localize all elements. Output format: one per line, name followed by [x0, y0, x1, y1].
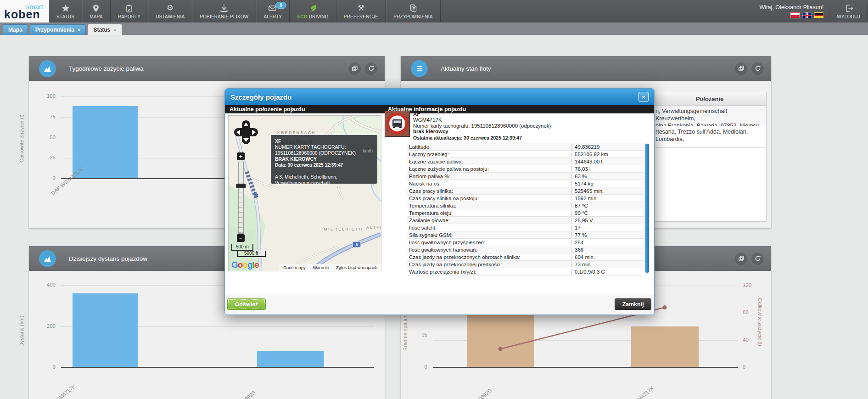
map-pan-control[interactable]	[234, 120, 258, 144]
tab-close-icon[interactable]: ×	[78, 28, 80, 32]
detail-row: Czas jazdy na przekroczonej prędkości:73…	[407, 261, 644, 268]
scale-imperial: 5000 ft	[237, 251, 266, 257]
detail-row: Poziom paliwa %:63 %	[407, 173, 644, 180]
welcome-block: Witaj, Oleksandr Pliasun!	[760, 4, 824, 18]
detail-value: 604 min.	[571, 254, 644, 260]
popout-button[interactable]	[735, 253, 747, 265]
scale-metric: 500 m	[231, 244, 253, 251]
tab-przypomnienia[interactable]: Przypomnienia ×	[30, 24, 86, 35]
y-tick-label: 400	[34, 282, 56, 287]
y-tick-label-right: 0	[743, 364, 762, 370]
y-tick-label: 100	[34, 93, 56, 99]
detail-row: Ilość gwałtownych przyśpieszeń:254	[407, 239, 644, 246]
gear-icon: ⚙	[167, 4, 174, 13]
refresh-button[interactable]: Odśwież	[227, 298, 266, 310]
nav-item-status[interactable]: STATUS	[49, 0, 82, 22]
detail-label: Łączny przebieg:	[407, 152, 571, 157]
x-category-label: DAF WGM4717K	[50, 166, 85, 196]
refresh-button[interactable]	[365, 62, 377, 75]
chart-bar	[257, 351, 324, 367]
nav-item-preferencje[interactable]: ⚒ PREFERENCJE	[336, 0, 386, 22]
vehicle-tacho: Numer karty tachografu: 1951108128960000…	[413, 123, 551, 129]
detail-label: Czas jazdy na przekroczonych obrotach si…	[407, 254, 571, 260]
tab-label: Przypomnienia	[35, 27, 74, 33]
popout-button[interactable]	[735, 62, 747, 75]
google-logo[interactable]: Google	[231, 260, 258, 270]
detail-label: Łączne zużycie paliwa:	[407, 159, 571, 164]
pan-right-icon[interactable]	[252, 129, 256, 135]
vehicle-plate: WGM4717K	[413, 117, 551, 123]
y-tick-label: 15	[406, 332, 427, 337]
tooltip-line: NUMER KARTY TACHOGRAFU:	[275, 144, 373, 150]
nav-item-mapa[interactable]: MAPA	[82, 0, 110, 22]
y-tick-label: 0	[34, 175, 56, 181]
logout-button[interactable]: WYLOGUJ	[829, 4, 868, 19]
vehicle-map-tooltip: km/h XFNUMER KARTY TACHOGRAFU:1951108128…	[271, 135, 377, 184]
detail-row: Siła sygnału GSM:77 %	[407, 231, 644, 239]
y-tick-label-right: 40	[743, 337, 762, 343]
chart-bar	[73, 293, 138, 367]
nav-item-eco-driving[interactable]: ECO DRIVING	[290, 0, 336, 22]
zoom-slider-handle[interactable]	[236, 184, 246, 188]
nav-item-ustawienia[interactable]: ⚙ USTAWIENIA	[148, 0, 192, 22]
eco-label-green: ECO	[297, 14, 307, 19]
x-axis-line	[61, 367, 374, 368]
pan-up-icon[interactable]	[243, 123, 249, 126]
detail-value: 25,95 V	[571, 218, 644, 223]
top-navbar: smart koben STATUS MAPA RAPORTY ⚙ USTAWI…	[0, 0, 868, 22]
x-axis-line	[433, 367, 738, 368]
details-scrollbar[interactable]	[645, 143, 649, 275]
nav-item-przypomnienia[interactable]: PRZYPOMNIENIA	[386, 0, 440, 22]
zoom-out-button[interactable]: −	[237, 234, 245, 242]
pan-down-icon[interactable]	[243, 138, 249, 142]
detail-value: 90 °C	[571, 210, 644, 216]
detail-value: 525465 min.	[571, 188, 644, 194]
flag-germany-icon[interactable]	[814, 12, 823, 18]
language-switcher	[790, 12, 823, 18]
nav-label: PREFERENCJE	[344, 14, 379, 19]
pan-left-icon[interactable]	[236, 129, 240, 135]
y-tick-label: 0	[406, 364, 427, 370]
tab-close-icon[interactable]: ×	[113, 28, 116, 32]
vehicle-name: XF	[413, 111, 551, 117]
close-button[interactable]: Zamknij	[615, 298, 651, 310]
detail-label: Ilość gwałtownych przyśpieszeń:	[407, 240, 571, 245]
vehicle-location-map[interactable]: 3 KREDENBACH Esselbach MICHELRIETH ALTFE…	[228, 115, 381, 271]
details-scrollbar-thumb[interactable]	[645, 144, 649, 273]
refresh-button[interactable]	[751, 62, 764, 75]
map-attribution-link[interactable]: Dane mapy	[283, 265, 306, 270]
modal-close-button[interactable]: ×	[638, 92, 649, 102]
y-tick-label-right: 80	[743, 309, 762, 315]
detail-value: 77 %	[571, 232, 644, 238]
brand-logo[interactable]: smart koben	[0, 0, 49, 22]
vehicle-details-table: Lattitude:49.836219Łączny przebieg:55210…	[407, 143, 644, 275]
popout-button[interactable]	[348, 62, 361, 75]
detail-value: 49.836219	[571, 144, 644, 150]
tab-status[interactable]: Status ×	[88, 24, 122, 35]
detail-label: Wartość przeciążenia (x/y/z):	[407, 269, 571, 275]
nav-item-raporty[interactable]: RAPORTY	[111, 0, 149, 22]
zoom-in-button[interactable]: +	[237, 152, 245, 160]
star-icon	[61, 4, 70, 13]
tab-label: Status	[93, 27, 110, 33]
location-line: rtesana, Trezzo sull'Adda, Mediolan, Lom…	[655, 128, 765, 143]
zoom-slider-track[interactable]	[238, 162, 244, 234]
refresh-button[interactable]	[751, 253, 764, 265]
map-attribution-link[interactable]: Zgłoś błąd w mapach	[336, 265, 377, 270]
detail-value: 76,03 l	[571, 166, 644, 172]
area-chart-icon	[39, 250, 56, 267]
map-attribution-link[interactable]: Warunki	[313, 265, 329, 270]
tab-mapa[interactable]: Mapa	[3, 24, 28, 35]
nav-item-alerty[interactable]: 0 ALERTY	[256, 0, 290, 22]
tooltip-line: XF	[275, 138, 373, 144]
flag-poland-icon[interactable]	[790, 12, 800, 18]
vehicle-driver: brak kierowcy	[413, 129, 551, 135]
column-header-polozenie[interactable]: Położenie	[653, 92, 766, 105]
y-axis-title: Całkowite zużycie (l)	[19, 97, 24, 180]
nav-label: MAPA	[90, 14, 102, 19]
nav-item-pobieranie-plikow[interactable]: POBIERANIE PLIKÓW	[192, 0, 256, 22]
detail-label: Łączne zużycie paliwa na postoju:	[407, 166, 571, 172]
speed-unit-label: km/h	[363, 148, 373, 154]
welcome-text: Witaj, Oleksandr Pliasun!	[760, 4, 824, 11]
flag-uk-icon[interactable]	[802, 12, 812, 18]
